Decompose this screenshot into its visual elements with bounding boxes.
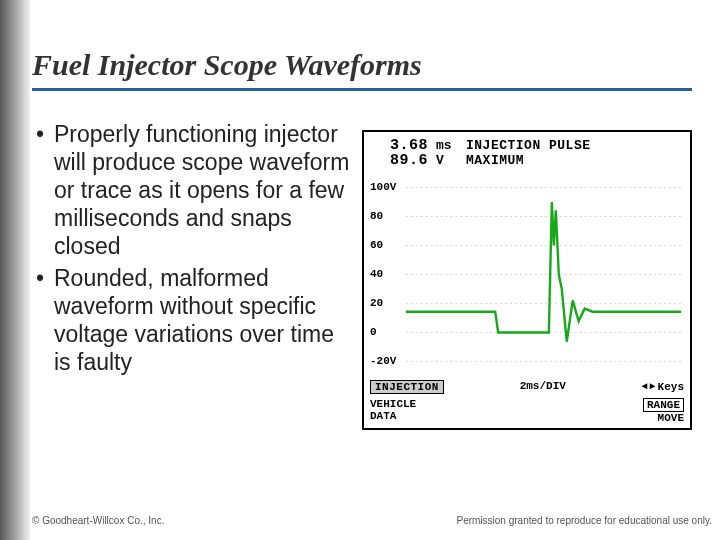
y-tick: 60: [370, 239, 383, 251]
footer: © Goodheart-Willcox Co., Inc. Permission…: [32, 515, 712, 526]
triangle-left-icon: ◄: [642, 382, 648, 392]
content-row: Properly functioning injector will produ…: [32, 120, 692, 430]
scope-readout-labels: INJECTION PULSE MAXIMUM: [466, 138, 591, 169]
volt-label: MAXIMUM: [466, 154, 591, 169]
bullet-list: Properly functioning injector will produ…: [32, 120, 354, 430]
y-tick: 40: [370, 268, 383, 280]
slide: Fuel Injector Scope Waveforms Properly f…: [0, 0, 720, 540]
time-label: INJECTION PULSE: [466, 139, 591, 154]
keys-label: Keys: [658, 381, 684, 393]
title-bar: Fuel Injector Scope Waveforms: [32, 48, 692, 91]
menu-text: DATA: [370, 410, 416, 422]
scope-readout-values: 3.68 89.6: [370, 138, 428, 169]
y-tick: 0: [370, 326, 377, 338]
left-gradient-bar: [0, 0, 30, 540]
bullet-item: Properly functioning injector will produ…: [32, 120, 354, 260]
volt-unit: V: [436, 154, 458, 169]
scope-plot: 100V 80 60 40 20 0 -20V: [368, 171, 686, 378]
scope-figure: 3.68 89.6 ms V INJECTION PULSE MAXIMUM 1…: [362, 130, 692, 430]
y-tick: 20: [370, 297, 383, 309]
scope-readout-units: ms V: [436, 138, 458, 169]
time-unit: ms: [436, 139, 458, 154]
menu-text: MOVE: [658, 412, 684, 424]
copyright-text: © Goodheart-Willcox Co., Inc.: [32, 515, 164, 526]
waveform-trace: [406, 202, 681, 342]
scope-menu-row: VEHICLE DATA RANGE MOVE: [364, 396, 690, 428]
injection-pulse-value: 3.68: [370, 138, 428, 153]
scope-status-row: INJECTION 2ms/DIV ◄ ► Keys: [364, 378, 690, 396]
menu-text: RANGE: [643, 398, 684, 412]
bullet-item: Rounded, malformed waveform without spec…: [32, 264, 354, 376]
oscilloscope-screen: 3.68 89.6 ms V INJECTION PULSE MAXIMUM 1…: [362, 130, 692, 430]
maximum-voltage-value: 89.6: [370, 153, 428, 168]
scope-readout: 3.68 89.6 ms V INJECTION PULSE MAXIMUM: [364, 132, 690, 171]
waveform-svg: [368, 171, 686, 378]
permission-text: Permission granted to reproduce for educ…: [456, 515, 712, 526]
timebase-label: 2ms/DIV: [520, 380, 566, 394]
y-tick: 100V: [370, 181, 396, 193]
y-tick: 80: [370, 210, 383, 222]
menu-text: VEHICLE: [370, 398, 416, 410]
vehicle-data-label: VEHICLE DATA: [370, 398, 416, 422]
channel-tag: INJECTION: [370, 380, 444, 394]
slide-title: Fuel Injector Scope Waveforms: [32, 48, 692, 82]
range-move-label: RANGE MOVE: [643, 398, 684, 424]
triangle-right-icon: ►: [650, 382, 656, 392]
keys-indicator: ◄ ► Keys: [642, 380, 684, 394]
y-tick: -20V: [370, 355, 396, 367]
